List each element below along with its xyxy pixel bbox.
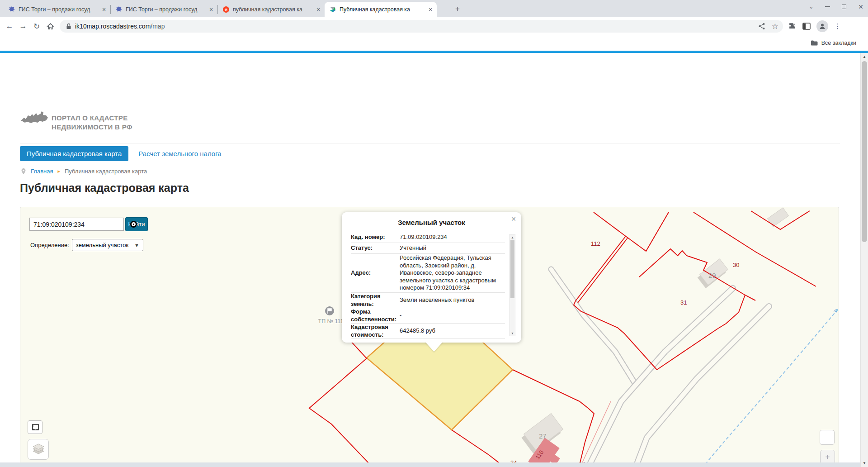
map-extra-button[interactable] xyxy=(820,430,835,445)
page-content: ПОРТАЛ О КАДАСТРЕ НЕДВИЖИМОСТИ В РФ Публ… xyxy=(0,53,868,462)
popup-title: Земельный участок xyxy=(342,212,521,226)
page-title: Публичная кадастровая карта xyxy=(20,181,189,195)
gerb-icon xyxy=(8,6,15,13)
scroll-down-icon[interactable]: ▼ xyxy=(861,459,868,467)
all-bookmarks-button[interactable]: Все закладки xyxy=(811,40,856,46)
popup-scrollbar[interactable]: ▲ ▼ xyxy=(509,234,515,336)
field-label: Форма собственности: xyxy=(351,308,400,323)
pkk-icon xyxy=(329,6,336,13)
field-label: Кадастровая стоимость: xyxy=(351,324,400,338)
mouse-cursor xyxy=(130,221,137,228)
bookmarks-divider xyxy=(804,39,804,47)
bookmarks-bar: Все закладки xyxy=(0,35,868,51)
map-pin-icon xyxy=(21,168,26,175)
home-icon[interactable] xyxy=(43,19,57,33)
window-chevron-icon[interactable]: ⌄ xyxy=(809,4,813,10)
header-divider xyxy=(20,143,840,143)
definition-select[interactable]: земельный участок ▼ xyxy=(72,239,143,251)
profile-avatar[interactable] xyxy=(816,20,828,32)
ruler-icon xyxy=(31,424,39,431)
sidebar-icon[interactable] xyxy=(802,23,811,30)
popup-close-icon[interactable]: ✕ xyxy=(511,215,516,223)
tab-close-icon[interactable]: ✕ xyxy=(208,6,215,13)
browser-tab-active[interactable]: Публичная кадастровая ка ✕ xyxy=(325,2,437,17)
parcel-label: 112 xyxy=(591,240,600,247)
river-label: р. С xyxy=(834,307,839,318)
layers-button[interactable] xyxy=(28,439,49,460)
definition-label: Определение: xyxy=(30,242,69,248)
all-bookmarks-label: Все закладки xyxy=(821,40,856,46)
field-label: Адрес: xyxy=(351,269,400,276)
tp-marker-icon xyxy=(325,306,334,315)
field-value: Земли населенных пунктов xyxy=(400,295,474,305)
parcel-label: 30 xyxy=(733,262,739,268)
svg-text:Я: Я xyxy=(225,8,227,12)
gerb-icon xyxy=(115,6,123,13)
field-label: Статус: xyxy=(351,244,400,252)
window-close-icon[interactable]: ✕ xyxy=(858,4,863,10)
tab-land-tax-calc[interactable]: Расчет земельного налога xyxy=(138,150,221,157)
tab-title: ГИС Торги – продажи госуд xyxy=(126,6,204,13)
tab-close-icon[interactable]: ✕ xyxy=(100,6,108,13)
chevron-down-icon: ▼ xyxy=(134,243,139,248)
tab-public-cadastral-map[interactable]: Публичная кадастровая карта xyxy=(20,146,128,161)
bookmark-star-icon[interactable]: ☆ xyxy=(772,22,778,31)
building-topright xyxy=(767,208,788,227)
scrollbar-thumb[interactable] xyxy=(862,61,867,242)
cadastral-search-input[interactable] xyxy=(29,218,124,231)
popup-scrollbar-thumb[interactable] xyxy=(510,240,514,298)
breadcrumb-arrow-icon: ▸ xyxy=(57,168,60,174)
browser-tab-1[interactable]: ГИС Торги – продажи госуд ✕ xyxy=(4,2,110,17)
measure-tool-button[interactable] xyxy=(28,420,42,434)
field-value: Учтенный xyxy=(400,243,426,253)
extensions-puzzle-icon[interactable] xyxy=(788,22,797,30)
popup-tail xyxy=(425,342,443,352)
breadcrumb-current: Публичная кадастровая карта xyxy=(65,168,147,175)
building-label: 27 xyxy=(539,432,547,440)
tab-title: ГИС Торги – продажи госуд xyxy=(19,6,97,13)
back-icon[interactable]: ← xyxy=(3,19,16,33)
tab-title: Публичная кадастровая ка xyxy=(340,6,424,13)
bottom-band xyxy=(0,462,860,467)
tab-close-icon[interactable]: ✕ xyxy=(315,6,322,13)
parcel-info-popup: Земельный участок ✕ Кад. номер:71:09:020… xyxy=(342,212,521,343)
browser-tabstrip: ГИС Торги – продажи госуд ✕ ГИС Торги – … xyxy=(0,0,868,17)
breadcrumb-home-link[interactable]: Главная xyxy=(31,168,53,175)
field-value: Российская Федерация, Тульская область, … xyxy=(400,253,505,293)
page-scrollbar[interactable]: ▲ ▼ xyxy=(860,53,868,467)
person-icon xyxy=(819,23,826,30)
field-label: Категория земель: xyxy=(351,293,400,308)
window-minimize-icon[interactable] xyxy=(825,6,830,7)
portal-title: ПОРТАЛ О КАДАСТРЕ НЕДВИЖИМОСТИ В РФ xyxy=(52,114,132,132)
new-tab-button[interactable]: + xyxy=(452,4,463,14)
cadastral-map[interactable]: 112 30 29 31 27 34 34 116 29 ТП № 1110 р… xyxy=(20,207,839,467)
url-text: ik10map.roscadastres.com/map xyxy=(75,23,758,30)
tab-close-icon[interactable]: ✕ xyxy=(427,6,434,13)
field-label: Кад. номер: xyxy=(351,234,400,241)
kebab-menu-icon[interactable]: ⋮ xyxy=(834,22,841,30)
scroll-up-icon[interactable]: ▲ xyxy=(861,53,868,61)
portal-logo-russia-map-icon xyxy=(19,108,51,130)
lock-icon xyxy=(66,23,71,29)
building-label: 29 xyxy=(708,272,716,279)
yandex-icon: Я xyxy=(222,6,230,13)
layers-icon xyxy=(32,443,45,456)
breadcrumb: Главная ▸ Публичная кадастровая карта xyxy=(21,168,147,175)
tab-title: публичная кадастровая ка xyxy=(233,6,311,13)
reload-icon[interactable]: ↻ xyxy=(30,19,43,33)
browser-toolbar: ← → ↻ ik10map.roscadastres.com/map ☆ ⋮ xyxy=(0,17,868,35)
window-maximize-icon[interactable] xyxy=(842,5,846,9)
forward-icon[interactable]: → xyxy=(16,19,30,33)
popup-body: Кад. номер:71:09:020109:234 Статус:Учтен… xyxy=(351,232,505,341)
browser-tab-3[interactable]: Я публичная кадастровая ка ✕ xyxy=(218,2,325,17)
address-bar[interactable]: ik10map.roscadastres.com/map ☆ xyxy=(60,20,783,33)
share-icon[interactable] xyxy=(758,23,765,30)
field-value: - xyxy=(400,310,401,321)
popup-scroll-down-icon[interactable]: ▼ xyxy=(510,330,515,336)
parcel-label: 31 xyxy=(680,299,687,306)
popup-scroll-up-icon[interactable]: ▲ xyxy=(510,234,515,240)
field-value: 642485.8 руб xyxy=(400,326,435,336)
field-value: 71:09:020109:234 xyxy=(400,232,447,243)
folder-icon xyxy=(811,40,818,46)
browser-tab-2[interactable]: ГИС Торги – продажи госуд ✕ xyxy=(111,2,217,17)
